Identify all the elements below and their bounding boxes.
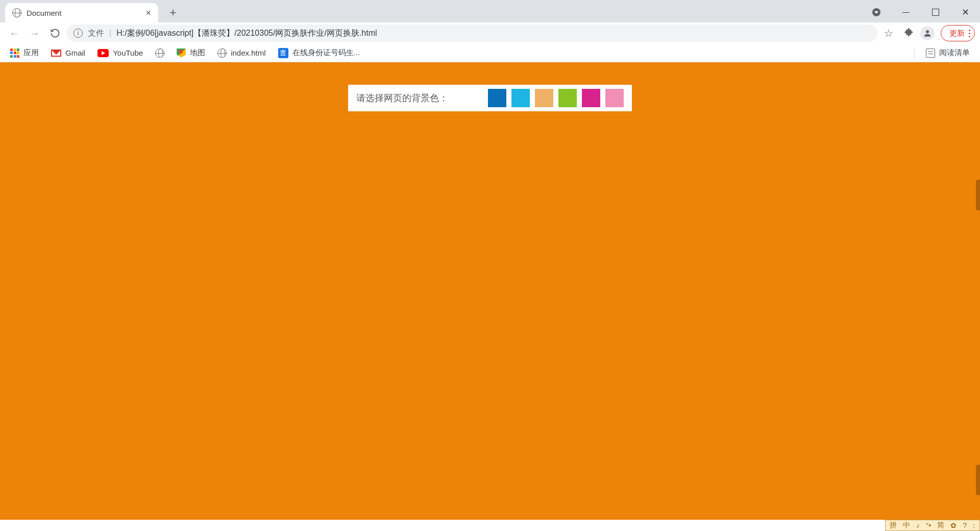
reload-button[interactable] (46, 24, 64, 42)
bookmark-index[interactable]: index.html (213, 46, 270, 60)
apps-grid-icon (10, 49, 19, 58)
swatch-tan[interactable] (535, 89, 553, 107)
color-picker-label: 请选择网页的背景色： (356, 92, 448, 104)
window-close-button[interactable]: ✕ (950, 2, 980, 22)
profile-avatar[interactable] (920, 26, 935, 40)
ime-language-bar[interactable]: 拼中♪°•简✿?ː (885, 520, 980, 531)
youtube-icon (97, 49, 109, 57)
page-content: 请选择网页的背景色： (0, 62, 980, 520)
browser-tab[interactable]: Document × (5, 3, 158, 22)
kebab-menu-icon[interactable] (969, 30, 970, 37)
ime-item[interactable]: ? (962, 521, 968, 529)
update-button[interactable]: 更新 (941, 25, 975, 41)
gmail-icon (51, 50, 61, 57)
nav-forward-button: → (26, 24, 44, 42)
site-info-icon[interactable]: i (74, 29, 83, 38)
address-bar-row: ← → i 文件 | H:/案例/06[javascript]【潘珠荧】/202… (0, 22, 980, 44)
color-picker-panel: 请选择网页的背景色： (348, 85, 632, 111)
bookmark-idgen[interactable]: 查 在线身份证号码生... (274, 46, 364, 60)
address-path: H:/案例/06[javascript]【潘珠荧】/20210305/网页换肤作… (116, 28, 377, 39)
bookmarks-bar: 应用 Gmail YouTube 地图 index.html 查 在线身份证号码… (0, 44, 980, 62)
chrome-account-indicator[interactable] (862, 2, 891, 22)
ime-item[interactable]: 简 (936, 521, 945, 530)
new-tab-button[interactable]: + (164, 4, 182, 21)
scrollbar-thumb[interactable] (976, 180, 980, 210)
browser-tab-strip: Document × + ✕ (0, 0, 980, 22)
reading-list-icon (926, 49, 935, 58)
ime-item[interactable]: ː (972, 521, 976, 529)
globe-icon (155, 49, 164, 58)
site-badge-icon: 查 (278, 48, 288, 58)
bookmark-gmail[interactable]: Gmail (47, 46, 89, 59)
ime-item[interactable]: 拼 (889, 521, 898, 530)
extensions-icon[interactable] (900, 28, 918, 39)
bookmark-star-icon[interactable]: ☆ (879, 27, 898, 39)
globe-icon (217, 49, 227, 58)
swatch-magenta[interactable] (582, 89, 600, 107)
bookmark-apps[interactable]: 应用 (6, 46, 43, 60)
window-maximize-button[interactable] (921, 2, 950, 22)
swatch-pink[interactable] (605, 89, 624, 107)
ime-item[interactable]: ♪ (915, 521, 921, 529)
reading-list-button[interactable]: 阅读清单 (922, 46, 974, 60)
swatch-green[interactable] (558, 89, 577, 107)
address-scheme: 文件 (88, 28, 104, 39)
window-minimize-button[interactable] (891, 2, 921, 22)
tab-title: Document (27, 9, 136, 17)
address-bar[interactable]: i 文件 | H:/案例/06[javascript]【潘珠荧】/2021030… (66, 25, 877, 42)
swatch-cyan[interactable] (511, 89, 530, 107)
bookmark-unnamed-globe[interactable] (151, 46, 168, 60)
bookmark-youtube[interactable]: YouTube (93, 46, 147, 59)
close-tab-icon[interactable]: × (145, 8, 151, 17)
globe-icon (12, 8, 21, 17)
nav-back-button[interactable]: ← (5, 24, 23, 42)
swatch-blue[interactable] (488, 89, 506, 107)
ime-item[interactable]: 中 (902, 521, 911, 530)
ime-item[interactable]: ✿ (949, 521, 958, 529)
bookmark-maps[interactable]: 地图 (173, 46, 209, 60)
update-button-label: 更新 (949, 29, 965, 38)
svg-point-0 (926, 30, 929, 33)
scrollbar-thumb[interactable] (976, 465, 980, 495)
ime-item[interactable]: °• (925, 521, 933, 529)
maps-icon (177, 49, 186, 58)
